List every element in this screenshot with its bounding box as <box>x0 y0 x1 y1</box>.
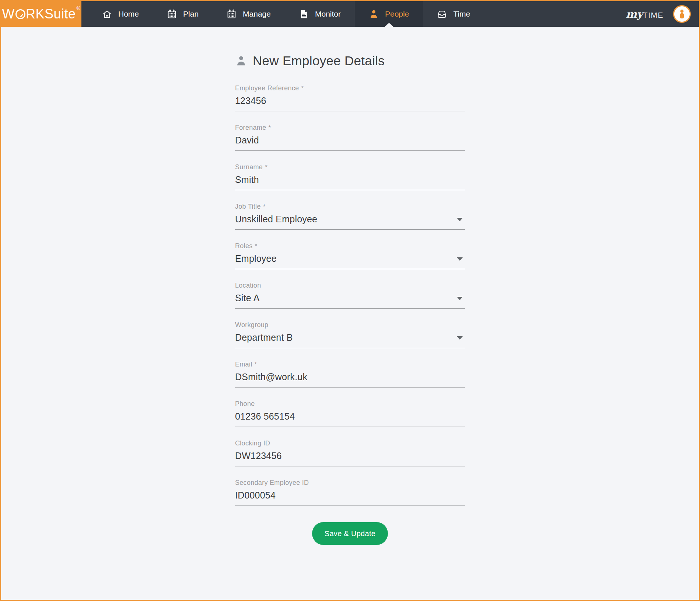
field-employee-reference: Employee Reference* <box>235 84 465 111</box>
worksuite-logo[interactable]: WRKSuite® <box>1 1 81 27</box>
field-workgroup: Workgroup Department B <box>235 321 465 348</box>
nav-item-monitor[interactable]: Monitor <box>285 1 355 27</box>
field-input[interactable] <box>235 372 465 382</box>
field-email: Email* <box>235 361 465 388</box>
field-location: Location Site A <box>235 282 465 309</box>
mytime-logo: myTIME <box>626 8 664 20</box>
logo-text-w: W <box>2 6 15 22</box>
required-marker: * <box>263 203 266 210</box>
tray-icon <box>437 9 447 19</box>
logo-text-rksuite: RKSuite <box>26 6 76 22</box>
nav-item-people[interactable]: People <box>355 1 423 27</box>
field-label: Secondary Employee ID <box>235 479 309 486</box>
save-update-button[interactable]: Save & Update <box>312 522 388 545</box>
chevron-down-icon[interactable] <box>457 218 463 221</box>
page-title: New Employee Details <box>253 53 385 68</box>
chevron-down-icon[interactable] <box>457 297 463 300</box>
page-title-row: New Employee Details <box>235 53 465 68</box>
chevron-down-icon[interactable] <box>457 336 463 340</box>
nav-item-home[interactable]: Home <box>88 1 153 27</box>
field-phone: Phone <box>235 400 465 427</box>
submit-row: Save & Update <box>235 522 465 545</box>
field-input[interactable] <box>235 411 465 422</box>
avatar-person-icon <box>676 8 687 20</box>
registered-mark: ® <box>77 6 81 11</box>
field-job-title: Job Title* Unskilled Employee <box>235 203 465 230</box>
user-avatar[interactable] <box>673 5 691 23</box>
required-marker: * <box>268 124 271 131</box>
field-input[interactable] <box>235 95 465 106</box>
nav-item-time[interactable]: Time <box>423 1 484 27</box>
field-secondary-employee-id: Secondary Employee ID <box>235 479 465 506</box>
field-label: Job Title <box>235 203 261 210</box>
required-marker: * <box>255 243 258 250</box>
person-icon <box>235 55 247 67</box>
calendar-icon <box>167 9 177 19</box>
nav-item-plan[interactable]: Plan <box>153 1 213 27</box>
field-label: Forename <box>235 124 266 131</box>
calendar-icon <box>227 9 237 19</box>
field-input[interactable] <box>235 135 465 146</box>
chevron-down-icon[interactable] <box>457 257 463 261</box>
mytime-my: my <box>626 8 643 20</box>
nav-item-label: Home <box>118 10 139 18</box>
nav-item-label: Monitor <box>315 10 341 18</box>
field-clocking-id: Clocking ID <box>235 440 465 466</box>
nav-item-label: People <box>385 10 409 18</box>
top-navigation-bar: WRKSuite® Home Plan Manage Monitor Peopl… <box>1 1 699 27</box>
app-window: WRKSuite® Home Plan Manage Monitor Peopl… <box>0 0 700 601</box>
field-label: Employee Reference <box>235 84 299 92</box>
field-select-value[interactable]: Department B <box>235 332 465 343</box>
field-input[interactable] <box>235 490 465 501</box>
field-roles: Roles* Employee <box>235 242 465 269</box>
document-icon <box>299 9 309 19</box>
employee-details-form: Employee Reference* Forename* Surname* J… <box>235 84 465 506</box>
nav-item-label: Plan <box>183 10 199 18</box>
field-label: Location <box>235 282 261 289</box>
main-content: New Employee Details Employee Reference*… <box>1 27 699 600</box>
field-label: Clocking ID <box>235 440 270 447</box>
field-select-value[interactable]: Employee <box>235 253 465 264</box>
field-label: Surname <box>235 163 263 171</box>
field-label: Email <box>235 361 252 368</box>
field-label: Roles <box>235 242 253 250</box>
field-select-value[interactable]: Site A <box>235 293 465 303</box>
person-icon <box>369 9 379 19</box>
field-label: Workgroup <box>235 321 268 329</box>
topbar-right: myTIME <box>626 1 699 27</box>
clock-o-icon <box>15 9 25 19</box>
required-marker: * <box>301 85 304 92</box>
mytime-time: TIME <box>643 11 664 20</box>
required-marker: * <box>265 164 267 171</box>
home-icon <box>102 9 112 19</box>
field-label: Phone <box>235 400 255 407</box>
main-nav: Home Plan Manage Monitor People Time <box>88 1 484 27</box>
field-forename: Forename* <box>235 124 465 151</box>
field-input[interactable] <box>235 451 465 461</box>
field-input[interactable] <box>235 174 465 185</box>
field-surname: Surname* <box>235 163 465 190</box>
nav-item-label: Manage <box>243 10 271 18</box>
required-marker: * <box>255 361 257 368</box>
field-select-value[interactable]: Unskilled Employee <box>235 214 465 225</box>
nav-item-label: Time <box>453 10 470 18</box>
nav-item-manage[interactable]: Manage <box>213 1 285 27</box>
